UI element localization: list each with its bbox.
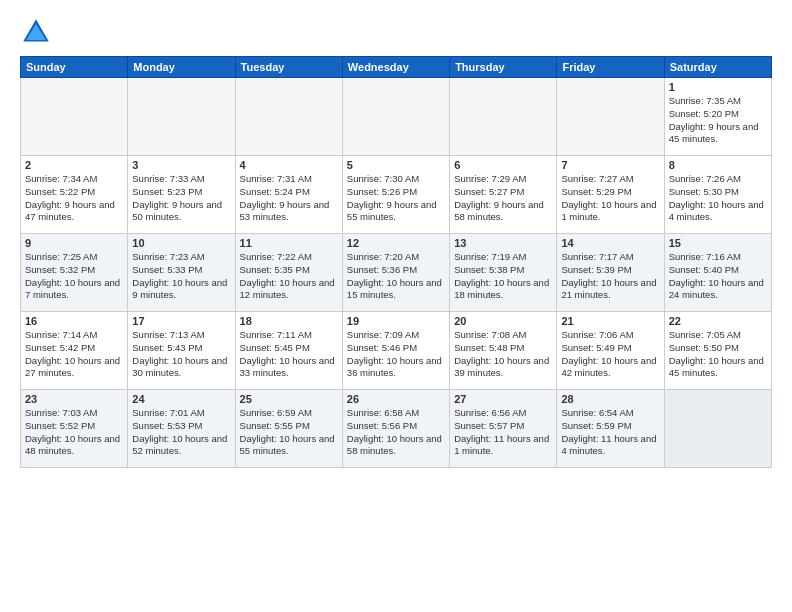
day-number: 15 [669, 237, 767, 249]
day-info: Sunrise: 7:17 AM Sunset: 5:39 PM Dayligh… [561, 251, 659, 302]
calendar-day [450, 78, 557, 156]
day-info: Sunrise: 7:03 AM Sunset: 5:52 PM Dayligh… [25, 407, 123, 458]
calendar-day [21, 78, 128, 156]
day-header-saturday: Saturday [664, 57, 771, 78]
calendar-day: 14Sunrise: 7:17 AM Sunset: 5:39 PM Dayli… [557, 234, 664, 312]
calendar-day: 27Sunrise: 6:56 AM Sunset: 5:57 PM Dayli… [450, 390, 557, 468]
day-number: 9 [25, 237, 123, 249]
calendar-header-row: SundayMondayTuesdayWednesdayThursdayFrid… [21, 57, 772, 78]
logo-icon [20, 16, 52, 48]
calendar-day: 12Sunrise: 7:20 AM Sunset: 5:36 PM Dayli… [342, 234, 449, 312]
calendar-day: 17Sunrise: 7:13 AM Sunset: 5:43 PM Dayli… [128, 312, 235, 390]
day-info: Sunrise: 6:56 AM Sunset: 5:57 PM Dayligh… [454, 407, 552, 458]
day-number: 25 [240, 393, 338, 405]
day-info: Sunrise: 7:26 AM Sunset: 5:30 PM Dayligh… [669, 173, 767, 224]
day-header-tuesday: Tuesday [235, 57, 342, 78]
day-info: Sunrise: 7:31 AM Sunset: 5:24 PM Dayligh… [240, 173, 338, 224]
calendar-day: 20Sunrise: 7:08 AM Sunset: 5:48 PM Dayli… [450, 312, 557, 390]
calendar-body: 1Sunrise: 7:35 AM Sunset: 5:20 PM Daylig… [21, 78, 772, 468]
calendar-week-1: 2Sunrise: 7:34 AM Sunset: 5:22 PM Daylig… [21, 156, 772, 234]
day-header-sunday: Sunday [21, 57, 128, 78]
calendar-day: 15Sunrise: 7:16 AM Sunset: 5:40 PM Dayli… [664, 234, 771, 312]
calendar-day: 23Sunrise: 7:03 AM Sunset: 5:52 PM Dayli… [21, 390, 128, 468]
day-number: 2 [25, 159, 123, 171]
calendar-day: 16Sunrise: 7:14 AM Sunset: 5:42 PM Dayli… [21, 312, 128, 390]
calendar-day [128, 78, 235, 156]
day-info: Sunrise: 7:34 AM Sunset: 5:22 PM Dayligh… [25, 173, 123, 224]
day-number: 4 [240, 159, 338, 171]
calendar-week-0: 1Sunrise: 7:35 AM Sunset: 5:20 PM Daylig… [21, 78, 772, 156]
header [20, 16, 772, 48]
day-number: 11 [240, 237, 338, 249]
day-info: Sunrise: 7:01 AM Sunset: 5:53 PM Dayligh… [132, 407, 230, 458]
day-info: Sunrise: 7:22 AM Sunset: 5:35 PM Dayligh… [240, 251, 338, 302]
calendar-day [557, 78, 664, 156]
calendar-day: 1Sunrise: 7:35 AM Sunset: 5:20 PM Daylig… [664, 78, 771, 156]
day-header-thursday: Thursday [450, 57, 557, 78]
day-info: Sunrise: 7:16 AM Sunset: 5:40 PM Dayligh… [669, 251, 767, 302]
day-number: 3 [132, 159, 230, 171]
calendar-day [342, 78, 449, 156]
day-number: 7 [561, 159, 659, 171]
day-number: 22 [669, 315, 767, 327]
day-info: Sunrise: 7:29 AM Sunset: 5:27 PM Dayligh… [454, 173, 552, 224]
day-info: Sunrise: 7:13 AM Sunset: 5:43 PM Dayligh… [132, 329, 230, 380]
day-info: Sunrise: 7:14 AM Sunset: 5:42 PM Dayligh… [25, 329, 123, 380]
calendar-day: 19Sunrise: 7:09 AM Sunset: 5:46 PM Dayli… [342, 312, 449, 390]
calendar-week-4: 23Sunrise: 7:03 AM Sunset: 5:52 PM Dayli… [21, 390, 772, 468]
calendar-day [664, 390, 771, 468]
day-number: 14 [561, 237, 659, 249]
day-number: 10 [132, 237, 230, 249]
day-number: 20 [454, 315, 552, 327]
calendar-day: 7Sunrise: 7:27 AM Sunset: 5:29 PM Daylig… [557, 156, 664, 234]
day-info: Sunrise: 7:25 AM Sunset: 5:32 PM Dayligh… [25, 251, 123, 302]
calendar-day: 22Sunrise: 7:05 AM Sunset: 5:50 PM Dayli… [664, 312, 771, 390]
day-number: 23 [25, 393, 123, 405]
day-info: Sunrise: 7:35 AM Sunset: 5:20 PM Dayligh… [669, 95, 767, 146]
day-number: 28 [561, 393, 659, 405]
day-info: Sunrise: 7:23 AM Sunset: 5:33 PM Dayligh… [132, 251, 230, 302]
day-header-wednesday: Wednesday [342, 57, 449, 78]
calendar-day: 8Sunrise: 7:26 AM Sunset: 5:30 PM Daylig… [664, 156, 771, 234]
calendar-day: 11Sunrise: 7:22 AM Sunset: 5:35 PM Dayli… [235, 234, 342, 312]
calendar-day: 13Sunrise: 7:19 AM Sunset: 5:38 PM Dayli… [450, 234, 557, 312]
calendar-day: 21Sunrise: 7:06 AM Sunset: 5:49 PM Dayli… [557, 312, 664, 390]
day-info: Sunrise: 7:11 AM Sunset: 5:45 PM Dayligh… [240, 329, 338, 380]
logo [20, 16, 56, 48]
calendar-day: 10Sunrise: 7:23 AM Sunset: 5:33 PM Dayli… [128, 234, 235, 312]
day-number: 8 [669, 159, 767, 171]
day-info: Sunrise: 7:30 AM Sunset: 5:26 PM Dayligh… [347, 173, 445, 224]
day-number: 16 [25, 315, 123, 327]
day-info: Sunrise: 7:08 AM Sunset: 5:48 PM Dayligh… [454, 329, 552, 380]
day-info: Sunrise: 7:06 AM Sunset: 5:49 PM Dayligh… [561, 329, 659, 380]
day-info: Sunrise: 6:54 AM Sunset: 5:59 PM Dayligh… [561, 407, 659, 458]
day-info: Sunrise: 7:19 AM Sunset: 5:38 PM Dayligh… [454, 251, 552, 302]
day-number: 21 [561, 315, 659, 327]
day-header-monday: Monday [128, 57, 235, 78]
day-number: 27 [454, 393, 552, 405]
day-number: 17 [132, 315, 230, 327]
calendar-day: 6Sunrise: 7:29 AM Sunset: 5:27 PM Daylig… [450, 156, 557, 234]
calendar-day: 26Sunrise: 6:58 AM Sunset: 5:56 PM Dayli… [342, 390, 449, 468]
calendar-day: 18Sunrise: 7:11 AM Sunset: 5:45 PM Dayli… [235, 312, 342, 390]
calendar-day: 2Sunrise: 7:34 AM Sunset: 5:22 PM Daylig… [21, 156, 128, 234]
calendar-week-3: 16Sunrise: 7:14 AM Sunset: 5:42 PM Dayli… [21, 312, 772, 390]
day-number: 5 [347, 159, 445, 171]
calendar-day: 3Sunrise: 7:33 AM Sunset: 5:23 PM Daylig… [128, 156, 235, 234]
day-info: Sunrise: 6:58 AM Sunset: 5:56 PM Dayligh… [347, 407, 445, 458]
calendar-day: 24Sunrise: 7:01 AM Sunset: 5:53 PM Dayli… [128, 390, 235, 468]
day-number: 13 [454, 237, 552, 249]
calendar-week-2: 9Sunrise: 7:25 AM Sunset: 5:32 PM Daylig… [21, 234, 772, 312]
day-number: 1 [669, 81, 767, 93]
calendar-day: 5Sunrise: 7:30 AM Sunset: 5:26 PM Daylig… [342, 156, 449, 234]
day-info: Sunrise: 7:20 AM Sunset: 5:36 PM Dayligh… [347, 251, 445, 302]
day-number: 12 [347, 237, 445, 249]
day-info: Sunrise: 7:05 AM Sunset: 5:50 PM Dayligh… [669, 329, 767, 380]
calendar: SundayMondayTuesdayWednesdayThursdayFrid… [20, 56, 772, 468]
calendar-day: 25Sunrise: 6:59 AM Sunset: 5:55 PM Dayli… [235, 390, 342, 468]
day-number: 19 [347, 315, 445, 327]
day-number: 18 [240, 315, 338, 327]
day-number: 6 [454, 159, 552, 171]
day-header-friday: Friday [557, 57, 664, 78]
calendar-day: 4Sunrise: 7:31 AM Sunset: 5:24 PM Daylig… [235, 156, 342, 234]
